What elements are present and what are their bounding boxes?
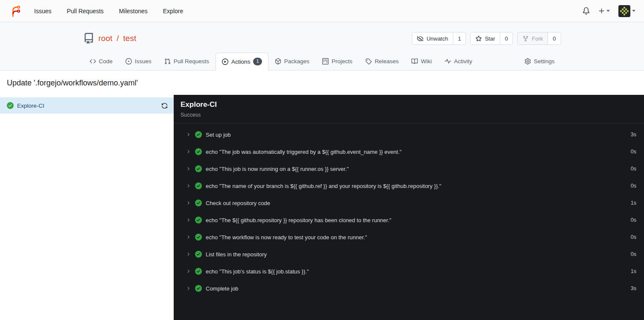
caret-down-icon bbox=[606, 10, 610, 12]
tab-label: Releases bbox=[375, 58, 399, 65]
chevron-right-icon bbox=[186, 235, 191, 240]
user-menu[interactable] bbox=[618, 5, 635, 17]
check-circle-icon bbox=[195, 200, 202, 206]
chevron-right-icon bbox=[186, 183, 191, 188]
tab-code[interactable]: Code bbox=[83, 52, 119, 70]
tab-label: Settings bbox=[534, 58, 555, 65]
step-row[interactable]: List files in the repository 0s bbox=[174, 246, 644, 263]
fork-button-group: Fork 0 bbox=[517, 32, 561, 45]
actions-count-badge: 1 bbox=[253, 58, 262, 65]
jobs-sidebar: Explore-CI bbox=[0, 95, 174, 320]
eye-slash-icon bbox=[417, 35, 423, 42]
tab-issues[interactable]: Issues bbox=[119, 52, 158, 70]
unwatch-button[interactable]: Unwatch bbox=[412, 32, 453, 44]
tab-activity[interactable]: Activity bbox=[438, 52, 479, 70]
caret-down-icon bbox=[632, 10, 635, 12]
repo-name-link[interactable]: test bbox=[123, 34, 137, 43]
console-header: Explore-CI Success bbox=[174, 95, 644, 123]
check-circle-icon bbox=[195, 217, 202, 223]
check-circle-icon bbox=[195, 234, 202, 241]
tab-label: Pull Requests bbox=[174, 58, 209, 65]
tab-label: Code bbox=[99, 58, 113, 65]
job-item-explore-ci[interactable]: Explore-CI bbox=[0, 97, 174, 114]
step-row[interactable]: echo "The job was automatically triggere… bbox=[174, 143, 644, 160]
star-button-group: Star 0 bbox=[470, 32, 513, 45]
step-duration: 0s bbox=[626, 166, 636, 172]
repo-icon bbox=[83, 33, 94, 44]
avatar bbox=[618, 5, 630, 17]
issue-icon bbox=[125, 58, 132, 65]
star-button[interactable]: Star bbox=[471, 32, 500, 44]
nav-pull-requests[interactable]: Pull Requests bbox=[67, 8, 103, 15]
forgejo-logo[interactable] bbox=[9, 5, 21, 18]
tab-projects[interactable]: Projects bbox=[316, 52, 359, 70]
step-label: List files in the repository bbox=[206, 251, 267, 258]
chevron-right-icon bbox=[186, 252, 191, 257]
chevron-right-icon bbox=[186, 217, 191, 223]
step-row[interactable]: echo "The name of your branch is ${{ git… bbox=[174, 177, 644, 194]
step-row[interactable]: Set up job 3s bbox=[174, 126, 644, 143]
repo-title: root / test bbox=[83, 33, 137, 44]
navbar-right bbox=[583, 5, 635, 17]
play-circle-icon bbox=[222, 59, 228, 65]
check-circle-icon bbox=[195, 251, 202, 258]
fork-icon bbox=[522, 35, 529, 42]
steps-list: Set up job 3s echo "The job was automati… bbox=[174, 123, 644, 297]
step-row[interactable]: echo "This job's status is ${{ job.statu… bbox=[174, 263, 644, 280]
tab-actions[interactable]: Actions 1 bbox=[216, 53, 268, 70]
fork-label: Fork bbox=[532, 35, 543, 42]
bell-icon bbox=[583, 7, 590, 15]
step-label: echo "The workflow is now ready to test … bbox=[206, 234, 367, 241]
step-duration: 0s bbox=[626, 183, 636, 189]
star-label: Star bbox=[485, 35, 495, 42]
gear-icon bbox=[525, 58, 531, 65]
step-label: Set up job bbox=[206, 132, 231, 138]
project-icon bbox=[322, 58, 329, 65]
tab-wiki[interactable]: Wiki bbox=[405, 52, 438, 70]
nav-milestones[interactable]: Milestones bbox=[119, 8, 148, 15]
check-circle-icon bbox=[195, 148, 202, 155]
top-navbar: Issues Pull Requests Milestones Explore bbox=[0, 0, 644, 22]
stars-count[interactable]: 0 bbox=[500, 32, 513, 44]
fork-button[interactable]: Fork bbox=[518, 32, 548, 44]
job-console: Explore-CI Success Set up job 3s echo "T… bbox=[174, 95, 644, 320]
step-row[interactable]: Complete job 3s bbox=[174, 280, 644, 297]
refresh-icon[interactable] bbox=[161, 103, 168, 109]
nav-issues[interactable]: Issues bbox=[34, 8, 51, 15]
step-duration: 3s bbox=[626, 132, 636, 138]
tab-settings[interactable]: Settings bbox=[518, 52, 561, 70]
forks-count[interactable]: 0 bbox=[548, 32, 560, 44]
tab-releases[interactable]: Releases bbox=[359, 52, 405, 70]
chevron-right-icon bbox=[186, 166, 191, 171]
unwatch-button-group: Unwatch 1 bbox=[412, 32, 466, 45]
tab-packages[interactable]: Packages bbox=[268, 52, 316, 70]
repo-header: root / test Unwatch 1 bbox=[0, 22, 644, 70]
step-row[interactable]: Check out repository code 1s bbox=[174, 194, 644, 211]
check-circle-icon bbox=[7, 102, 14, 109]
step-row[interactable]: echo "The ${{ github.repository }} repos… bbox=[174, 211, 644, 229]
notifications-button[interactable] bbox=[583, 7, 590, 15]
tab-label: Projects bbox=[332, 58, 353, 65]
tab-pull-requests[interactable]: Pull Requests bbox=[158, 52, 216, 70]
step-duration: 1s bbox=[626, 200, 636, 206]
step-label: echo "This job's status is ${{ job.statu… bbox=[206, 268, 309, 275]
step-row[interactable]: echo "The workflow is now ready to test … bbox=[174, 229, 644, 246]
nav-explore[interactable]: Explore bbox=[163, 8, 183, 15]
chevron-right-icon bbox=[186, 200, 191, 206]
step-duration: 0s bbox=[626, 234, 636, 240]
run-main: Update '.forgejo/workflows/demo.yaml' Ex… bbox=[0, 70, 644, 320]
chevron-right-icon bbox=[186, 269, 191, 274]
plus-icon bbox=[598, 8, 605, 14]
console-job-status: Success bbox=[181, 112, 637, 118]
step-duration: 0s bbox=[626, 149, 636, 155]
console-job-title: Explore-CI bbox=[181, 100, 637, 109]
repo-tabs: Code Issues Pull Requests Actions 1 Pack… bbox=[83, 52, 561, 70]
repo-owner-link[interactable]: root bbox=[99, 34, 113, 43]
code-icon bbox=[90, 58, 96, 65]
step-row[interactable]: echo "This job is now running on a ${{ r… bbox=[174, 160, 644, 177]
tab-label: Issues bbox=[135, 58, 152, 65]
run-title: Update '.forgejo/workflows/demo.yaml' bbox=[0, 70, 644, 95]
watchers-count[interactable]: 1 bbox=[453, 32, 466, 44]
step-label: Check out repository code bbox=[206, 200, 270, 206]
create-new-button[interactable] bbox=[598, 8, 610, 14]
